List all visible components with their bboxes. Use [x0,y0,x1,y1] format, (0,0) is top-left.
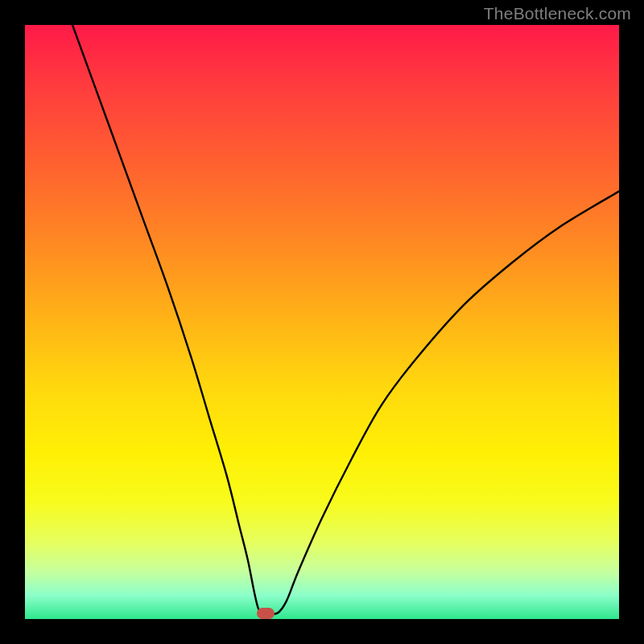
chart-frame: TheBottleneck.com [0,0,644,644]
watermark-text: TheBottleneck.com [484,4,631,23]
bottleneck-curve [25,25,619,619]
plot-area [25,25,619,619]
optimal-point-marker [257,608,275,619]
